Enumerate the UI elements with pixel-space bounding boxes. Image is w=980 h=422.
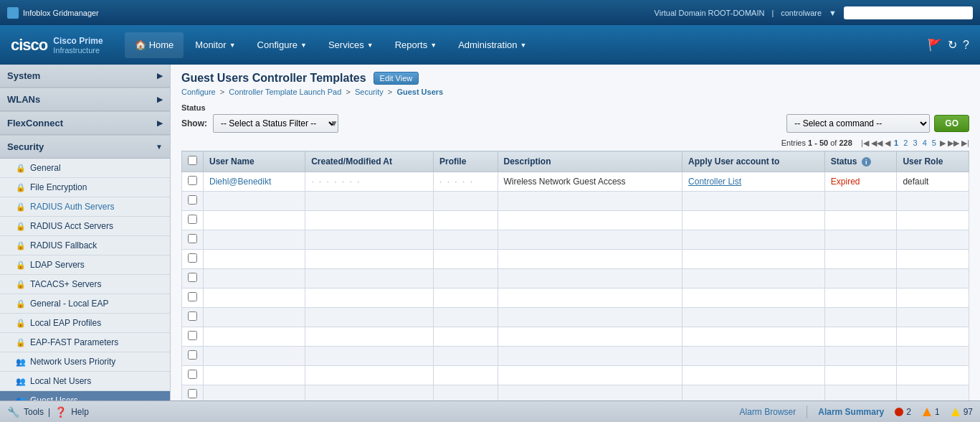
empty-cell bbox=[897, 366, 969, 385]
pagination-page-3[interactable]: 3 bbox=[913, 139, 917, 147]
sidebar-section-wlans: WLANs ▶ bbox=[0, 88, 170, 112]
col-header-checkbox bbox=[182, 151, 204, 172]
reports-arrow: ▼ bbox=[430, 42, 437, 49]
breadcrumb-configure[interactable]: Configure bbox=[181, 88, 216, 96]
user-dropdown-arrow[interactable]: ▼ bbox=[829, 9, 837, 17]
sidebar-item-ldap[interactable]: 🔒 LDAP Servers bbox=[0, 255, 170, 275]
bottom-right: Alarm Browser Alarm Summary 2 1 97 bbox=[740, 405, 973, 418]
sidebar-section-system-header[interactable]: System ▶ bbox=[0, 65, 170, 88]
refresh-icon[interactable]: ↻ bbox=[948, 38, 957, 52]
pagination-prev[interactable]: ◀◀ bbox=[871, 139, 883, 147]
empty-cell bbox=[682, 192, 825, 211]
sidebar-item-tacacs[interactable]: 🔒 TACACS+ Servers bbox=[0, 275, 170, 294]
sidebar-item-network-users-priority[interactable]: 👥 Network Users Priority bbox=[0, 352, 170, 372]
edit-view-button[interactable]: Edit View bbox=[374, 72, 419, 85]
empty-table-row bbox=[182, 192, 969, 211]
pagination-page-2[interactable]: 2 bbox=[903, 139, 908, 147]
sidebar-item-eap-fast[interactable]: 🔒 EAP-FAST Parameters bbox=[0, 333, 170, 352]
empty-cell bbox=[434, 366, 498, 385]
row-checkbox-cell bbox=[182, 172, 204, 192]
empty-row-checkbox[interactable] bbox=[188, 389, 197, 398]
pagination-last[interactable]: ▶| bbox=[961, 139, 969, 147]
nav-services[interactable]: Services ▼ bbox=[318, 32, 384, 58]
empty-row-checkbox[interactable] bbox=[188, 292, 197, 301]
sidebar-item-general[interactable]: 🔒 General bbox=[0, 159, 170, 178]
empty-row-checkbox[interactable] bbox=[188, 311, 197, 321]
empty-cell bbox=[182, 192, 204, 211]
alarm-summary-label[interactable]: Alarm Summary bbox=[818, 407, 884, 417]
empty-cell bbox=[305, 289, 434, 308]
sidebar-item-radius-fallback[interactable]: 🔒 RADIUS Fallback bbox=[0, 236, 170, 255]
empty-table-row bbox=[182, 385, 969, 401]
pagination-page-5[interactable]: 5 bbox=[932, 139, 936, 147]
empty-row-checkbox[interactable] bbox=[188, 331, 197, 340]
empty-cell bbox=[182, 366, 204, 385]
pagination-page-1[interactable]: 1 bbox=[894, 139, 898, 147]
help-bottom-icon: ❓ bbox=[54, 406, 67, 418]
empty-row-checkbox[interactable] bbox=[188, 234, 197, 243]
sidebar-section-flexconnect: FlexConnect ▶ bbox=[0, 112, 170, 136]
tacacs-icon: 🔒 bbox=[16, 279, 26, 289]
empty-cell bbox=[434, 211, 498, 230]
alarm-browser-label[interactable]: Alarm Browser bbox=[740, 407, 796, 417]
alarm-major: 1 bbox=[922, 407, 940, 417]
nav-monitor[interactable]: Monitor ▼ bbox=[185, 32, 245, 58]
pagination-first[interactable]: |◀ bbox=[861, 139, 869, 147]
status-filter-select[interactable]: -- Select a Status Filter -- bbox=[213, 114, 338, 133]
main-layout: System ▶ WLANs ▶ FlexConnect ▶ Security … bbox=[0, 65, 980, 400]
logo-area: cisco Cisco Prime Infrastructure bbox=[11, 36, 103, 55]
pagination-page-4[interactable]: 4 bbox=[923, 139, 927, 147]
global-search-input[interactable] bbox=[844, 6, 973, 19]
empty-row-checkbox[interactable] bbox=[188, 253, 197, 263]
nav-configure[interactable]: Configure ▼ bbox=[247, 32, 317, 58]
sidebar-item-local-net-users[interactable]: 👥 Local Net Users bbox=[0, 372, 170, 391]
sidebar-section-security-header[interactable]: Security ▼ bbox=[0, 136, 170, 159]
sidebar-section-wlans-header[interactable]: WLANs ▶ bbox=[0, 88, 170, 111]
empty-table-row bbox=[182, 211, 969, 230]
help-icon[interactable]: ? bbox=[963, 39, 969, 52]
row-status-cell: Expired bbox=[824, 172, 897, 192]
empty-cell bbox=[897, 385, 969, 401]
empty-row-checkbox[interactable] bbox=[188, 273, 197, 282]
empty-row-checkbox[interactable] bbox=[188, 350, 197, 360]
pagination-next-more[interactable]: ▶▶ bbox=[948, 139, 959, 147]
sidebar-section-flexconnect-header[interactable]: FlexConnect ▶ bbox=[0, 112, 170, 135]
empty-row-checkbox[interactable] bbox=[188, 195, 197, 205]
row-checkbox[interactable] bbox=[188, 176, 197, 185]
file-encryption-icon: 🔒 bbox=[16, 182, 26, 192]
nav-home[interactable]: 🏠 Home bbox=[125, 32, 184, 58]
username-link[interactable]: Diehl@Benedikt bbox=[209, 177, 271, 187]
pagination-next[interactable]: ▶ bbox=[940, 139, 946, 147]
sidebar-item-radius-acct[interactable]: 🔒 RADIUS Acct Servers bbox=[0, 217, 170, 236]
tools-label[interactable]: Tools bbox=[24, 407, 44, 417]
nav-administration[interactable]: Administration ▼ bbox=[448, 32, 536, 58]
help-label[interactable]: Help bbox=[71, 407, 89, 417]
breadcrumb-controller-template[interactable]: Controller Template Launch Pad bbox=[229, 88, 341, 96]
empty-cell bbox=[305, 211, 434, 230]
flag-icon[interactable]: 🚩 bbox=[928, 38, 942, 52]
empty-cell bbox=[682, 327, 825, 347]
empty-cell bbox=[498, 250, 682, 269]
sidebar-item-file-encryption[interactable]: 🔒 File Encryption bbox=[0, 178, 170, 197]
breadcrumb-security[interactable]: Security bbox=[355, 88, 384, 96]
pagination-prev-one[interactable]: ◀ bbox=[885, 139, 890, 147]
sidebar-item-radius-auth[interactable]: 🔒 RADIUS Auth Servers bbox=[0, 197, 170, 217]
main-nav: 🏠 Home Monitor ▼ Configure ▼ Services ▼ … bbox=[125, 25, 537, 65]
row-profile-cell: · · · · · bbox=[434, 172, 498, 192]
sidebar-item-general-local-eap[interactable]: 🔒 General - Local EAP bbox=[0, 294, 170, 314]
empty-cell bbox=[498, 366, 682, 385]
nav-reports[interactable]: Reports ▼ bbox=[385, 32, 447, 58]
command-select[interactable]: -- Select a command -- bbox=[786, 114, 930, 133]
sidebar-item-local-eap-profiles[interactable]: 🔒 Local EAP Profiles bbox=[0, 314, 170, 333]
empty-cell bbox=[824, 327, 897, 347]
select-all-checkbox[interactable] bbox=[188, 156, 197, 165]
empty-cell bbox=[824, 366, 897, 385]
description-value: Wireless Network Guest Access bbox=[504, 177, 626, 187]
sidebar-item-guest-users[interactable]: 👥 Guest Users bbox=[0, 391, 170, 400]
go-button[interactable]: GO bbox=[934, 115, 969, 132]
empty-cell bbox=[682, 347, 825, 366]
apply-to-link[interactable]: Controller List bbox=[688, 177, 741, 187]
status-info-icon[interactable]: i bbox=[862, 157, 871, 167]
empty-row-checkbox[interactable] bbox=[188, 215, 197, 224]
empty-row-checkbox[interactable] bbox=[188, 370, 197, 379]
